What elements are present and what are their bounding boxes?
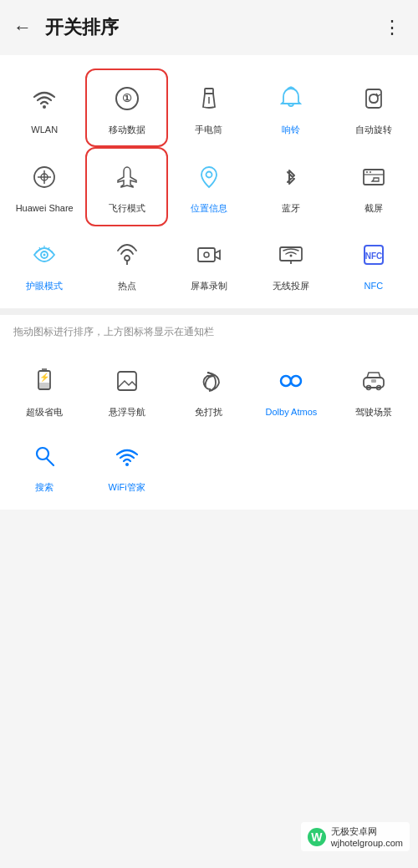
wlan-icon [24,79,64,119]
eye-care-item[interactable]: 护眼模式 [3,226,85,302]
super-save-label: 超级省电 [26,406,63,418]
eye-care-label: 护眼模式 [26,280,63,292]
nfc-icon: NFC [354,235,394,275]
screenshot-icon [354,157,394,197]
drive-scene-item[interactable]: 驾驶场景 [333,353,415,428]
bluetooth-icon [271,157,311,197]
svg-text:NFC: NFC [365,251,383,261]
svg-point-10 [206,172,212,178]
float-nav-icon [107,361,147,401]
auto-rotate-icon [354,79,394,119]
huawei-share-label: Huawei Share [16,202,74,214]
search-item[interactable]: 搜索 [3,428,85,503]
watermark-site-name: 无极安卓网 [331,825,403,838]
huawei-share-item[interactable]: Huawei Share [3,147,85,226]
wireless-display-label: 无线投屏 [273,280,309,292]
drive-scene-label: 驾驶场景 [355,406,392,418]
no-disturb-icon [189,361,229,401]
super-save-icon: ⚡ [24,361,64,401]
dolby-icon [271,361,311,401]
bluetooth-item[interactable]: 蓝牙 [250,147,332,226]
svg-point-36 [281,376,291,386]
svg-line-18 [48,247,49,249]
screen-record-label: 屏幕录制 [191,280,227,292]
huawei-share-icon [24,157,64,197]
ring-label: 响铃 [282,124,300,135]
drive-scene-icon [354,361,394,401]
wlan-item[interactable]: WLAN [3,69,85,147]
auto-rotate-label: 自动旋转 [355,124,392,135]
svg-point-42 [37,448,48,459]
nfc-label: NFC [364,280,383,292]
inactive-section: ⚡ 超级省电 悬浮导航 免打扰 [0,346,418,510]
wireless-display-item[interactable]: 无线投屏 [250,226,332,302]
active-section: WLAN ① 移动数据 手电筒 [0,55,418,308]
location-icon [189,157,229,197]
search-label: 搜索 [35,481,54,493]
active-grid: WLAN ① 移动数据 手电筒 [0,69,418,302]
flashlight-label: 手电筒 [195,124,222,135]
screen-record-icon [189,235,229,275]
svg-point-0 [43,105,46,109]
svg-rect-7 [366,89,381,108]
svg-rect-3 [205,89,213,94]
nfc-item[interactable]: NFC NFC [333,226,415,302]
hotspot-label: 热点 [118,280,136,292]
location-item[interactable]: 位置信息 [168,147,250,226]
svg-text:①: ① [122,92,132,104]
airplane-item[interactable]: 飞行模式 [85,147,167,226]
inactive-grid: ⚡ 超级省电 悬浮导航 免打扰 [0,353,418,504]
float-nav-item[interactable]: 悬浮导航 [85,353,167,428]
header: ← 开关排序 ⋮ [0,0,418,55]
screen-record-item[interactable]: 屏幕录制 [168,226,250,302]
svg-text:⚡: ⚡ [39,372,50,383]
ring-icon [271,79,311,119]
svg-point-37 [291,376,301,386]
more-menu-button[interactable]: ⋮ [376,13,408,42]
svg-rect-35 [118,372,136,390]
mobile-data-icon: ① [107,79,147,119]
float-nav-label: 悬浮导航 [109,406,145,418]
flashlight-icon [189,79,229,119]
location-label: 位置信息 [191,202,227,214]
flashlight-item[interactable]: 手电筒 [168,69,250,147]
mobile-data-label: 移动数据 [109,124,145,135]
svg-rect-41 [371,379,376,383]
wifi-manager-item[interactable]: WiFi管家 [85,428,167,503]
svg-point-24 [204,252,209,257]
screenshot-item[interactable]: 截屏 [333,147,415,226]
section-divider [0,308,418,315]
wireless-display-icon [271,235,311,275]
watermark-logo: W [308,828,326,846]
back-button[interactable]: ← [7,13,38,42]
wlan-label: WLAN [31,124,58,135]
svg-line-43 [47,459,54,465]
wifi-manager-icon [107,436,147,476]
hotspot-icon [107,235,147,275]
svg-point-26 [290,254,293,256]
hint-text: 拖动图标进行排序，上方图标将显示在通知栏 [0,315,418,346]
hotspot-item[interactable]: 热点 [85,226,167,302]
svg-rect-32 [38,383,50,389]
svg-line-17 [39,247,40,249]
watermark: W 无极安卓网 wjhotelgroup.com [301,822,410,851]
wifi-manager-label: WiFi管家 [109,481,145,493]
page-title: 开关排序 [45,15,376,40]
svg-rect-23 [198,248,215,261]
bluetooth-label: 蓝牙 [282,202,300,214]
svg-point-44 [125,463,129,466]
no-disturb-item[interactable]: 免打扰 [168,353,250,428]
svg-point-21 [125,256,130,261]
watermark-url: wjhotelgroup.com [331,838,403,848]
svg-point-15 [43,253,46,256]
eye-care-icon [24,235,64,275]
mobile-data-item[interactable]: ① 移动数据 [85,69,167,147]
search-icon [24,436,64,476]
auto-rotate-item[interactable]: 自动旋转 [333,69,415,147]
dolby-item[interactable]: Dolby Atmos [250,353,332,428]
ring-item[interactable]: 响铃 [250,69,332,147]
airplane-icon [107,157,147,197]
no-disturb-label: 免打扰 [195,406,222,418]
super-save-item[interactable]: ⚡ 超级省电 [3,353,85,428]
airplane-label: 飞行模式 [109,202,145,214]
